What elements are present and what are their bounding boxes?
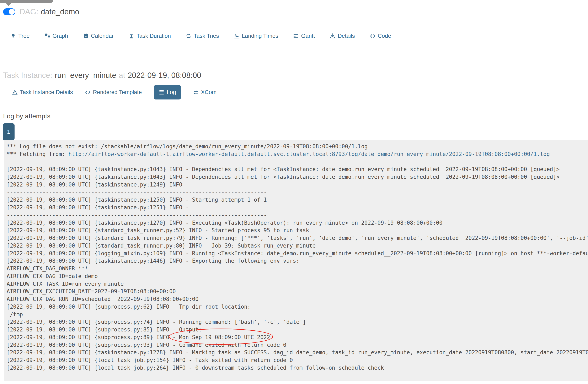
- tab-rendered-template[interactable]: Rendered Template: [85, 89, 142, 96]
- tab-details[interactable]: Details: [330, 33, 355, 39]
- log-line: [2022-09-19, 08:09:00 UTC] {local_task_j…: [7, 364, 588, 372]
- log-url-link[interactable]: http://airflow-worker-default-1.airflow-…: [68, 151, 550, 157]
- tab-label: Tree: [18, 33, 30, 39]
- log-line: ----------------------------------------…: [7, 211, 588, 219]
- log-line: /tmp: [7, 311, 588, 318]
- log-line: [2022-09-19, 08:09:00 UTC] {subprocess.p…: [7, 341, 588, 349]
- tab-label: Landing Times: [242, 33, 278, 39]
- log-line: [2022-09-19, 08:09:00 UTC] {subprocess.p…: [7, 303, 588, 311]
- tab-gantt[interactable]: Gantt: [293, 33, 315, 39]
- log-line: AIRFLOW_CTX_DAG_ID=date_demo: [7, 272, 588, 280]
- log-line: *** Fetching from: http://airflow-worker…: [7, 150, 588, 158]
- code-icon: [370, 33, 376, 39]
- tab-task-tries[interactable]: Task Tries: [186, 33, 219, 39]
- tab-label: Calendar: [91, 33, 114, 39]
- log-line: [2022-09-19, 08:09:00 UTC] {standard_tas…: [7, 227, 588, 234]
- log-line: AIRFLOW_CTX_EXECUTION_DATE=2022-09-19T08…: [7, 288, 588, 295]
- subtab-label: Rendered Template: [93, 89, 142, 96]
- tab-tree[interactable]: Tree: [10, 33, 30, 39]
- subtab-label: Log: [167, 89, 176, 96]
- swap-arrows-icon: [193, 89, 199, 95]
- log-line: [7, 158, 588, 166]
- tree-icon: [10, 33, 16, 39]
- log-line: [2022-09-19, 08:09:00 UTC] {taskinstance…: [7, 204, 588, 211]
- log-line: AIRFLOW_CTX_TASK_ID=run_every_minute: [7, 280, 588, 288]
- log-line: [2022-09-19, 08:09:00 UTC] {taskinstance…: [7, 196, 588, 204]
- log-line: [2022-09-19, 08:09:00 UTC] {standard_tas…: [7, 242, 588, 250]
- log-line: [2022-09-19, 08:09:00 UTC] {subprocess.p…: [7, 334, 588, 341]
- task-name: run_every_minute: [55, 71, 116, 80]
- tab-label: Gantt: [301, 33, 315, 39]
- dag-name: date_demo: [41, 7, 79, 16]
- log-line: [2022-09-19, 08:09:00 UTC] {taskinstance…: [7, 219, 588, 227]
- tab-graph[interactable]: Graph: [45, 33, 68, 39]
- log-output: *** Log file does not exist: /stackable/…: [4, 140, 588, 381]
- log-line: [2022-09-19, 08:09:00 UTC] {standard_tas…: [7, 234, 588, 242]
- subtab-label: Task Instance Details: [20, 89, 73, 96]
- warning-triangle-icon: [12, 89, 18, 95]
- warning-triangle-icon: [330, 33, 335, 39]
- dag-header: DAG: date_demo: [3, 7, 588, 16]
- log-by-attempts-heading: Log by attempts: [3, 112, 588, 120]
- log-line: [2022-09-19, 08:09:00 UTC] {subprocess.p…: [7, 326, 588, 334]
- log-line: [2022-09-19, 08:09:00 UTC] {taskinstance…: [7, 349, 588, 356]
- tab-log[interactable]: Log: [154, 85, 181, 100]
- log-line: ----------------------------------------…: [7, 189, 588, 196]
- task-instance-label: Task Instance:: [3, 71, 52, 80]
- graph-icon: [45, 33, 50, 39]
- attempt-1-button[interactable]: 1: [3, 123, 15, 140]
- dag-view-tabs: Tree Graph Calendar Task Duration Task T…: [10, 33, 588, 39]
- list-icon: [159, 89, 164, 95]
- tab-task-duration[interactable]: Task Duration: [129, 33, 171, 39]
- log-line: [2022-09-19, 08:09:00 UTC] {subprocess.p…: [7, 318, 588, 326]
- tab-label: Code: [378, 33, 391, 39]
- code-icon: [85, 89, 91, 95]
- task-datetime: 2022-09-19, 08:08:00: [128, 71, 201, 80]
- tooltip-fragment: [0, 0, 53, 3]
- task-instance-tabs: Task Instance Details Rendered Template …: [12, 85, 588, 100]
- repeat-icon: [186, 33, 191, 39]
- tab-label: Task Tries: [194, 33, 219, 39]
- dag-label: DAG:: [20, 7, 38, 16]
- at-word: at: [119, 71, 125, 80]
- tab-label: Details: [338, 33, 355, 39]
- log-line: [2022-09-19, 08:09:00 UTC] {taskinstance…: [7, 173, 588, 181]
- log-line: AIRFLOW_CTX_DAG_RUN_ID=scheduled__2022-0…: [7, 295, 588, 303]
- tab-code[interactable]: Code: [370, 33, 391, 39]
- gantt-bars-icon: [293, 33, 299, 39]
- subtab-label: XCom: [201, 89, 216, 96]
- tab-xcom[interactable]: XCom: [193, 89, 216, 96]
- task-instance-heading: Task Instance: run_every_minute at 2022-…: [3, 71, 588, 80]
- tab-landing-times[interactable]: Landing Times: [234, 33, 278, 39]
- log-line: *** Log file does not exist: /stackable/…: [7, 143, 588, 150]
- dag-pause-toggle[interactable]: [3, 8, 15, 15]
- log-line: AIRFLOW_CTX_DAG_OWNER=***: [7, 265, 588, 272]
- tab-label: Graph: [53, 33, 68, 39]
- log-line: [2022-09-19, 08:09:00 UTC] {taskinstance…: [7, 181, 588, 189]
- calendar-icon: [83, 33, 89, 39]
- tab-task-instance-details[interactable]: Task Instance Details: [12, 89, 73, 96]
- tab-label: Task Duration: [137, 33, 171, 39]
- annotated-log-text: - Mon Sep 19 08:09:00 UTC 2022: [172, 334, 270, 340]
- log-line: [2022-09-19, 08:09:00 UTC] {taskinstance…: [7, 165, 588, 173]
- divider: [0, 53, 588, 53]
- plane-landing-icon: [234, 33, 240, 39]
- log-line: [2022-09-19, 08:09:00 UTC] {local_task_j…: [7, 356, 588, 364]
- tab-calendar[interactable]: Calendar: [83, 33, 114, 39]
- log-line: [2022-09-19, 08:09:00 UTC] {taskinstance…: [7, 257, 588, 265]
- hourglass-icon: [129, 33, 134, 39]
- log-line: [2022-09-19, 08:09:00 UTC] {logging_mixi…: [7, 250, 588, 257]
- page-title: DAG: date_demo: [20, 7, 79, 16]
